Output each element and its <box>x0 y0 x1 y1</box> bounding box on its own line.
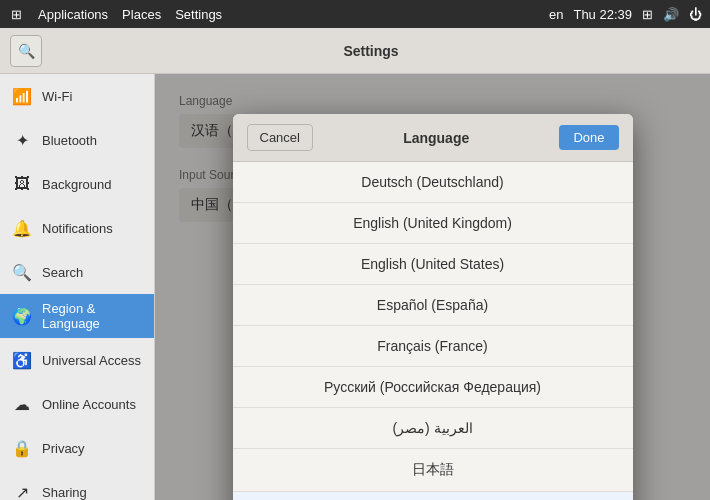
list-item[interactable]: 日本語 <box>233 449 633 492</box>
app-window: 🔍 Settings 📶 Wi-Fi ✦ Bluetooth 🖼 Backgro… <box>0 28 710 500</box>
sidebar-item-search[interactable]: 🔍 Search <box>0 250 154 294</box>
lang-indicator: en <box>549 7 563 22</box>
sidebar-item-background[interactable]: 🖼 Background <box>0 162 154 206</box>
sidebar-item-wifi[interactable]: 📶 Wi-Fi <box>0 74 154 118</box>
sidebar-item-region[interactable]: 🌍 Region & Language <box>0 294 154 338</box>
sidebar-item-label: Wi-Fi <box>42 89 72 104</box>
main-panel: Language 汉语（中国） Restart... Input Sources… <box>155 74 710 500</box>
sidebar: 📶 Wi-Fi ✦ Bluetooth 🖼 Background 🔔 Notif… <box>0 74 155 500</box>
region-icon: 🌍 <box>12 307 32 326</box>
dialog-done-button[interactable]: Done <box>559 125 618 150</box>
bluetooth-icon: ✦ <box>12 131 32 150</box>
sidebar-item-label: Sharing <box>42 485 87 500</box>
sidebar-item-universal[interactable]: ♿ Universal Access <box>0 338 154 382</box>
system-bar: ⊞ Applications Places Settings en Thu 22… <box>0 0 710 28</box>
language-option: Deutsch (Deutschland) <box>361 174 503 190</box>
settings-menu[interactable]: Settings <box>175 7 222 22</box>
language-option: العربية (مصر) <box>392 420 472 436</box>
list-item[interactable]: Русский (Российская Федерация) <box>233 367 633 408</box>
list-item[interactable]: English (United States) <box>233 244 633 285</box>
universal-icon: ♿ <box>12 351 32 370</box>
sidebar-item-label: Bluetooth <box>42 133 97 148</box>
network-icon[interactable]: ⊞ <box>642 7 653 22</box>
app-grid-icon: ⊞ <box>8 6 24 22</box>
sidebar-item-label: Search <box>42 265 83 280</box>
sidebar-item-label: Online Accounts <box>42 397 136 412</box>
sidebar-item-privacy[interactable]: 🔒 Privacy <box>0 426 154 470</box>
privacy-icon: 🔒 <box>12 439 32 458</box>
power-icon[interactable]: ⏻ <box>689 7 702 22</box>
sidebar-item-online[interactable]: ☁ Online Accounts <box>0 382 154 426</box>
sharing-icon: ↗ <box>12 483 32 501</box>
sidebar-item-label: Background <box>42 177 111 192</box>
language-option: English (United States) <box>361 256 504 272</box>
dialog-title: Language <box>313 130 559 146</box>
search-icon: 🔍 <box>12 263 32 282</box>
dialog-header: Cancel Language Done <box>233 114 633 162</box>
notifications-icon: 🔔 <box>12 219 32 238</box>
sidebar-item-bluetooth[interactable]: ✦ Bluetooth <box>0 118 154 162</box>
applications-menu[interactable]: Applications <box>38 7 108 22</box>
sidebar-item-sharing[interactable]: ↗ Sharing <box>0 470 154 500</box>
header-title: Settings <box>42 43 700 59</box>
language-option: Español (España) <box>377 297 488 313</box>
content-area: 📶 Wi-Fi ✦ Bluetooth 🖼 Background 🔔 Notif… <box>0 74 710 500</box>
sidebar-item-label: Universal Access <box>42 353 141 368</box>
language-option: 日本語 <box>412 461 454 479</box>
list-item[interactable]: English (United Kingdom) <box>233 203 633 244</box>
online-icon: ☁ <box>12 395 32 414</box>
language-list: Deutsch (Deutschland) English (United Ki… <box>233 162 633 500</box>
list-item[interactable]: Español (España) <box>233 285 633 326</box>
sidebar-item-notifications[interactable]: 🔔 Notifications <box>0 206 154 250</box>
header-search-button[interactable]: 🔍 <box>10 35 42 67</box>
language-dialog: Cancel Language Done Deutsch (Deutschlan… <box>233 114 633 500</box>
wifi-icon: 📶 <box>12 87 32 106</box>
system-bar-left: ⊞ Applications Places Settings <box>8 6 222 22</box>
places-menu[interactable]: Places <box>122 7 161 22</box>
dialog-overlay: Cancel Language Done Deutsch (Deutschlan… <box>155 74 710 500</box>
list-item[interactable]: العربية (مصر) <box>233 408 633 449</box>
system-bar-right: en Thu 22:39 ⊞ 🔊 ⏻ <box>549 7 702 22</box>
list-item[interactable]: Deutsch (Deutschland) <box>233 162 633 203</box>
dialog-cancel-button[interactable]: Cancel <box>247 124 313 151</box>
volume-icon[interactable]: 🔊 <box>663 7 679 22</box>
sidebar-item-label: Notifications <box>42 221 113 236</box>
language-option: Français (France) <box>377 338 487 354</box>
sidebar-item-label: Privacy <box>42 441 85 456</box>
list-item[interactable]: 汉语（中国） ✓ <box>233 492 633 500</box>
header-bar: 🔍 Settings <box>0 28 710 74</box>
list-item[interactable]: Français (France) <box>233 326 633 367</box>
clock: Thu 22:39 <box>573 7 632 22</box>
sidebar-item-label: Region & Language <box>42 301 142 331</box>
language-option: English (United Kingdom) <box>353 215 512 231</box>
background-icon: 🖼 <box>12 175 32 193</box>
language-option: Русский (Российская Федерация) <box>324 379 541 395</box>
